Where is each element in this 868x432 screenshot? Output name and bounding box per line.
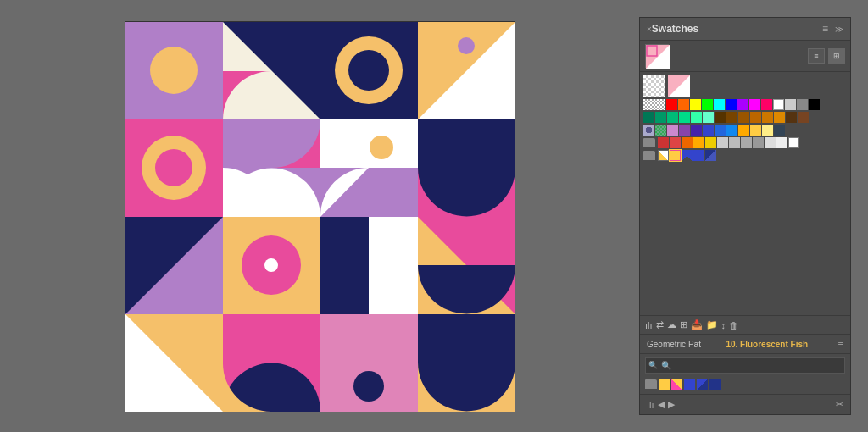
folder-icon[interactable]: 📁 <box>706 319 718 330</box>
mini-swatch-3[interactable] <box>684 379 695 390</box>
swatch-red[interactable] <box>666 99 677 110</box>
swatch-lightgreen1[interactable] <box>679 112 690 123</box>
swatch-cyan[interactable] <box>714 99 725 110</box>
swatch-gray2[interactable] <box>753 137 764 148</box>
swatch-mint[interactable] <box>703 112 714 123</box>
swatch-brown[interactable] <box>738 112 749 123</box>
swatch-lightyellow[interactable] <box>762 125 773 136</box>
swatch-purple1[interactable] <box>679 125 690 136</box>
swatch-preview <box>645 44 669 68</box>
swatch-darkbrown1[interactable] <box>715 112 726 123</box>
swatch-green[interactable] <box>702 99 713 110</box>
pink-swatch[interactable] <box>668 75 690 97</box>
list-view-button[interactable]: ≡ <box>808 48 825 64</box>
swatch-indigo[interactable] <box>703 125 714 136</box>
swatch-lightgray2[interactable] <box>765 137 776 148</box>
swatch-purple2[interactable] <box>691 125 702 136</box>
swatch-row-5 <box>643 150 847 161</box>
search-input[interactable] <box>645 357 845 374</box>
group-label: Geometric Pat <box>647 340 701 349</box>
swatch-medbrown[interactable] <box>750 112 761 123</box>
swatch-diag4[interactable] <box>705 150 716 161</box>
swatch-pattern2[interactable] <box>655 125 666 136</box>
swatch-black[interactable] <box>809 99 820 110</box>
swatch-white[interactable] <box>773 99 784 110</box>
group-menu[interactable]: ≡ <box>838 339 843 349</box>
mini-swatch-2[interactable] <box>671 379 682 390</box>
folder-icon-2[interactable] <box>643 151 655 160</box>
settings-button[interactable]: ✂ <box>836 399 843 410</box>
checker-swatch[interactable] <box>643 75 665 97</box>
workspace: × Swatches ≡ ≫ ≡ ⊞ <box>0 0 868 432</box>
svg-point-15 <box>370 136 393 159</box>
import-icon[interactable]: 📥 <box>691 319 703 330</box>
swatch-blue3[interactable] <box>726 125 737 136</box>
swatch-yellow2[interactable] <box>750 125 761 136</box>
swatch-pattern1[interactable] <box>643 125 654 136</box>
next-button[interactable]: ▶ <box>668 399 675 410</box>
mini-swatch-5[interactable] <box>709 379 721 390</box>
swatch-darkred[interactable] <box>658 137 669 148</box>
checker-mini[interactable] <box>643 99 665 110</box>
swatch-selected[interactable] <box>670 150 681 161</box>
move-icon[interactable]: ↕ <box>721 320 726 330</box>
swatch-diag2[interactable] <box>682 150 693 161</box>
swatch-lavender[interactable] <box>667 125 678 136</box>
folder-icon-1[interactable] <box>643 138 655 147</box>
grid-icon[interactable]: ⊞ <box>680 319 687 330</box>
svg-rect-32 <box>418 314 515 412</box>
swatch-orange[interactable] <box>678 99 689 110</box>
swatch-tan1[interactable] <box>798 112 809 123</box>
mini-swatch-1[interactable] <box>659 379 670 390</box>
view-buttons: ≡ ⊞ <box>808 48 845 64</box>
swatch-medgreen[interactable] <box>667 112 678 123</box>
svg-point-8 <box>458 37 475 54</box>
mini-swatches <box>640 376 850 394</box>
swatch-darkbrown2[interactable] <box>726 112 737 123</box>
panel-collapse-icon[interactable]: ≫ <box>835 25 843 34</box>
swatch-goldyellow[interactable] <box>705 137 716 148</box>
prev-button[interactable]: ◀ <box>658 399 665 410</box>
svg-point-22 <box>264 258 278 272</box>
swatch-gold[interactable] <box>738 125 749 136</box>
panel-title: Swatches <box>652 23 698 35</box>
swatch-red2[interactable] <box>670 137 681 148</box>
swatch-orange3[interactable] <box>693 137 704 148</box>
swatch-offwhite[interactable] <box>776 137 787 148</box>
swatch-diag3[interactable] <box>693 150 704 161</box>
panel-menu-icon[interactable]: ≡ <box>822 23 828 35</box>
swatch-pink[interactable] <box>761 99 772 110</box>
swatch-row-4 <box>643 137 847 148</box>
swatch-lightgray[interactable] <box>785 99 796 110</box>
swatch-silver2[interactable] <box>729 137 740 148</box>
swatch-blue2[interactable] <box>715 125 726 136</box>
swatch-violet[interactable] <box>737 99 748 110</box>
delete-icon[interactable]: 🗑 <box>729 320 738 330</box>
mini-swatch-4[interactable] <box>697 379 708 390</box>
swatch-silver[interactable] <box>717 137 728 148</box>
swatch-gray[interactable] <box>797 99 808 110</box>
library-icon[interactable]: ılı <box>645 320 653 330</box>
swatch-darkslate[interactable] <box>774 125 785 136</box>
swatch-orange2[interactable] <box>682 137 693 148</box>
footer-nav: ılı ◀ ▶ <box>647 399 675 410</box>
swatch-diag1[interactable] <box>658 150 669 161</box>
swatch-blue[interactable] <box>726 99 737 110</box>
swatch-silver3[interactable] <box>741 137 752 148</box>
svg-marker-36 <box>668 75 690 97</box>
swatch-lightgreen2[interactable] <box>691 112 702 123</box>
share-icon[interactable]: ⇄ <box>656 319 664 330</box>
swatch-yellow[interactable] <box>690 99 701 110</box>
swatch-darkgreen1[interactable] <box>643 112 654 123</box>
swatch-amber2[interactable] <box>774 112 785 123</box>
cloud-icon[interactable]: ☁ <box>667 319 676 330</box>
swatch-amber1[interactable] <box>762 112 773 123</box>
library-footer-icon[interactable]: ılı <box>647 400 654 410</box>
swatch-darktan[interactable] <box>786 112 797 123</box>
swatch-darkgreen2[interactable] <box>655 112 666 123</box>
folder-icon-mini[interactable] <box>645 379 657 389</box>
panel-footer: ılı ◀ ▶ ✂ <box>640 394 850 414</box>
swatch-white2[interactable] <box>788 137 799 148</box>
grid-view-button[interactable]: ⊞ <box>828 48 845 64</box>
swatch-magenta[interactable] <box>749 99 760 110</box>
